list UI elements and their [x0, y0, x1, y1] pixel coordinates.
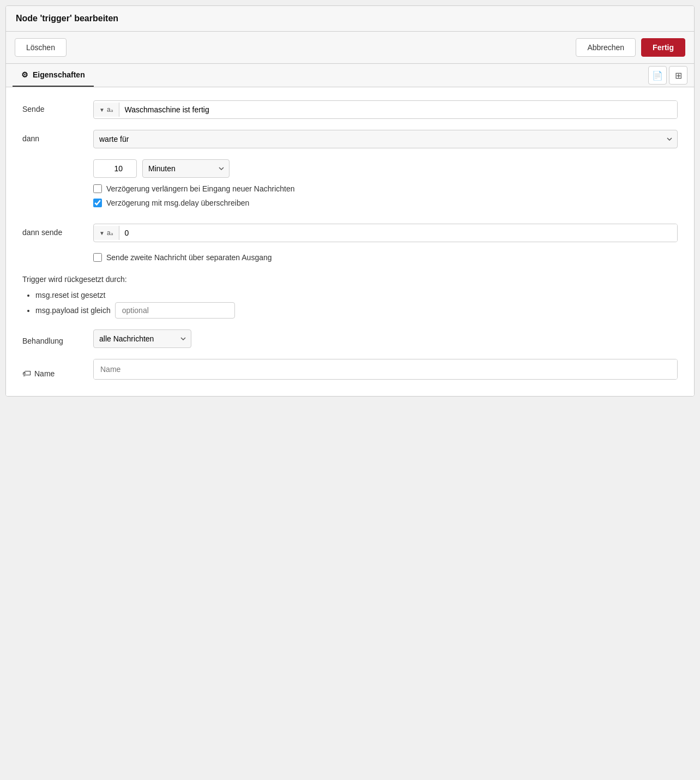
- sende-type-az-icon: aₐ: [107, 106, 113, 113]
- checkbox-delay-override[interactable]: [93, 199, 102, 207]
- dann-sende-type-selector[interactable]: ▼ aₐ: [94, 226, 119, 240]
- sende-type-arrow: ▼: [99, 107, 105, 113]
- dann-sende-text-input[interactable]: [119, 224, 677, 242]
- tab-properties[interactable]: ⚙ Eigenschaften: [13, 64, 94, 87]
- checkbox-delay-extend-label: Verzögerung verlängern bei Eingang neuer…: [106, 184, 295, 193]
- cancel-button[interactable]: Abbrechen: [576, 38, 636, 57]
- tab-layout-button[interactable]: ⊞: [669, 66, 687, 85]
- tab-doc-button[interactable]: 📄: [648, 66, 667, 85]
- delete-button[interactable]: Löschen: [15, 38, 67, 57]
- duration-spacer: [22, 159, 93, 164]
- behandlung-label: Behandlung: [22, 332, 93, 345]
- doc-icon: 📄: [652, 70, 663, 81]
- dann-sende-type-arrow: ▼: [99, 230, 105, 236]
- layout-icon: ⊞: [675, 70, 682, 81]
- name-input[interactable]: [94, 359, 677, 379]
- cb3-spacer: [22, 253, 93, 257]
- checkbox-second-output-label: Sende zweite Nachricht über separaten Au…: [106, 253, 272, 262]
- behandlung-select[interactable]: alle Nachrichten nur erste Nachricht let…: [93, 329, 191, 348]
- checkbox-delay-override-label: Verzögerung mit msg.delay überschreiben: [106, 199, 249, 207]
- panel-title: Node 'trigger' bearbeiten: [16, 14, 684, 23]
- checkbox-delay-extend[interactable]: [93, 184, 102, 193]
- reset-payload-input[interactable]: [115, 302, 235, 319]
- sende-text-input[interactable]: [119, 101, 677, 118]
- reset-item-1: msg.reset ist gesetzt: [35, 289, 678, 302]
- checkbox-second-output[interactable]: [93, 253, 102, 262]
- sende-label: Sende: [22, 100, 93, 113]
- reset-title: Trigger wird rückgesetzt durch:: [22, 273, 678, 286]
- gear-tab-icon: ⚙: [21, 70, 28, 79]
- dann-sende-label: dann sende: [22, 224, 93, 237]
- sende-type-selector[interactable]: ▼ aₐ: [94, 103, 119, 117]
- duration-unit-select[interactable]: Millisekunden Sekunden Minuten Stunden T…: [142, 159, 230, 178]
- duration-number-input[interactable]: [93, 159, 137, 178]
- sende-input-container: ▼ aₐ: [93, 100, 678, 119]
- tab-properties-label: Eigenschaften: [33, 70, 85, 79]
- name-label: Name: [34, 369, 55, 378]
- dann-label: dann: [22, 130, 93, 143]
- reset-item-2: msg.payload ist gleich: [35, 302, 678, 319]
- dann-sende-type-az-icon: aₐ: [107, 229, 113, 237]
- name-tag-icon: 🏷: [22, 369, 31, 379]
- dann-sende-input-container: ▼ aₐ: [93, 224, 678, 242]
- name-input-container: [93, 359, 678, 380]
- done-button[interactable]: Fertig: [641, 38, 685, 57]
- dann-select[interactable]: warte für sende nach blockiere bis: [93, 130, 678, 148]
